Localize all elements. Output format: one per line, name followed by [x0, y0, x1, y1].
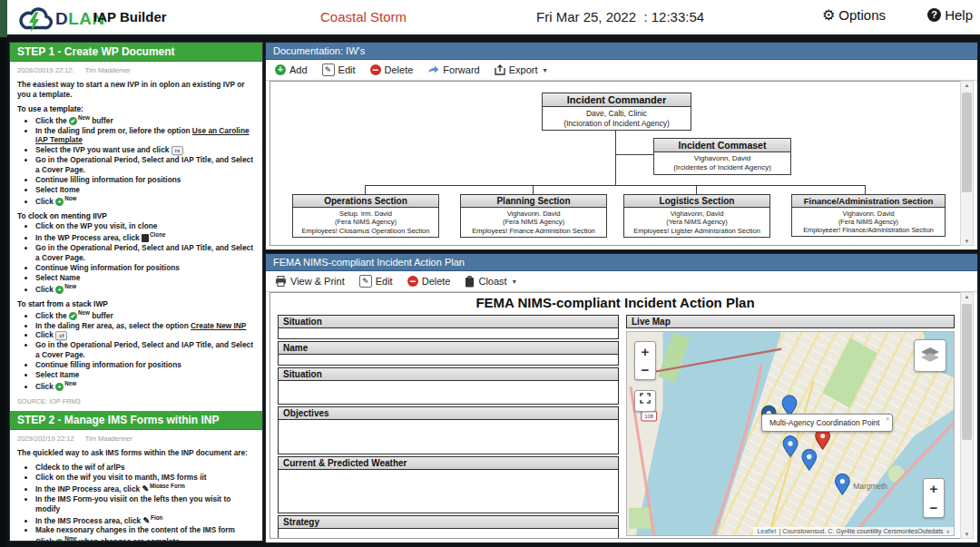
cloast-button[interactable]: Cloast▾ — [465, 276, 515, 288]
text: Select Itame — [35, 370, 79, 379]
inline-button[interactable]: rs — [172, 146, 184, 155]
edit-button[interactable]: ✎Edit — [322, 63, 356, 76]
delete-button[interactable]: −Delete — [407, 276, 451, 287]
logo-d: D — [55, 9, 68, 28]
instruction-item: Select Name — [35, 273, 257, 283]
group-heading: To start from a stack IWP — [17, 299, 255, 308]
text: Click — [35, 285, 55, 294]
leaflet-link[interactable]: Leaflet — [757, 528, 776, 534]
text: Cldeck to the wif of arlPs — [35, 463, 125, 472]
instructions-sidebar: STEP 1 - Create WP Document 2026/20019 2… — [9, 42, 263, 542]
map-fullscreen-button[interactable] — [634, 390, 656, 412]
instruction-item: Cldeck to the wif of arlPs — [35, 463, 257, 473]
help-button[interactable]: ? Help — [927, 7, 973, 23]
step-2-date: 2029/202/19 22:12 — [17, 435, 74, 443]
iap-scrollbar[interactable]: ▲ ▼ — [960, 292, 974, 539]
instruction-item: In the IMS Process area, click ✎Fion — [35, 514, 257, 526]
text: Select Itome — [35, 185, 80, 194]
text: Click the — [35, 116, 69, 125]
plus-circle-icon: +New — [55, 285, 76, 294]
org-line — [365, 185, 866, 186]
forward-arrow-icon — [427, 65, 439, 75]
map-tiles: 108 Margmeth — [627, 332, 954, 535]
instruction-item: Click +Nme when changes are complete — [35, 535, 257, 542]
scroll-down-icon[interactable]: ▼ — [961, 532, 973, 537]
map-zoom-in-button-2[interactable]: + — [923, 478, 945, 499]
view-print-button[interactable]: View & Print — [275, 276, 345, 287]
form-field[interactable] — [278, 328, 619, 339]
documentation-toolbar: +Add ✎Edit −Delete Forward Export▾ — [266, 60, 977, 81]
text: Continue Wing information for positions — [35, 263, 180, 272]
group-heading: To clock on menting IIVP — [17, 211, 255, 220]
form-field[interactable] — [278, 381, 619, 405]
attribution-collapse-icon[interactable]: ∨ — [946, 528, 950, 534]
text: Click — [35, 537, 55, 542]
instruction-item: Make nexsonary changes in the content of… — [35, 525, 257, 535]
step-1-section: STEP 1 - Create WP Document 2026/20019 2… — [10, 43, 262, 411]
live-map[interactable]: 108 Margmeth Multi-Agency Coo — [626, 331, 955, 536]
help-icon: ? — [927, 8, 941, 22]
live-map-column: Live Map — [626, 315, 955, 536]
instruction-item: In the IMS Form-you visiit on the lefts … — [35, 494, 257, 514]
text: Go in the Operational Period, Select and… — [35, 155, 253, 174]
gear-icon: ⚙ — [822, 8, 835, 23]
org-node-incident-commander[interactable]: Incident Commander Dave, Calti, Clinic (… — [542, 93, 691, 131]
map-zoom-in-button[interactable]: + — [634, 341, 656, 362]
instruction-item: Select the IVP you want use and click rs — [35, 145, 257, 155]
instruction-item: Click +New — [35, 283, 257, 295]
tooltip-close-icon[interactable]: × — [886, 415, 889, 422]
form-section: Current & Predicted Weather — [278, 456, 619, 513]
link-text[interactable]: Create New INP — [191, 321, 246, 330]
form-section: Situation — [278, 367, 619, 405]
instruction-item: In the INP Process area, click ✎Mioase F… — [35, 483, 257, 494]
export-icon — [495, 64, 505, 75]
left-edge — [0, 37, 7, 547]
scroll-up-icon[interactable]: ▲ — [961, 83, 973, 88]
scrollbar-thumb[interactable] — [962, 304, 972, 440]
instruction-item: Go in the Operational Period, Select and… — [35, 155, 257, 175]
map-zoom-out-button[interactable]: − — [634, 360, 656, 380]
org-node-operations[interactable]: Operations Section Setup. Irm. David (Fe… — [292, 194, 439, 238]
add-button[interactable]: +Add — [275, 64, 308, 75]
org-line — [696, 185, 697, 194]
edit-pencil-icon: ✎ — [322, 63, 335, 76]
text: Go in the Operational Period, Select and… — [35, 243, 253, 262]
org-chart-scrollbar[interactable]: ▲ ▼ — [960, 81, 974, 246]
iap-document-title: FEMA NIMS-compliant Incident Action Plan — [270, 293, 960, 310]
scrollbar-thumb[interactable] — [962, 93, 972, 192]
org-line — [615, 129, 616, 185]
options-button[interactable]: ⚙ Options — [822, 7, 886, 23]
instruction-item: Click +New — [35, 380, 257, 392]
org-node-planning[interactable]: Planning Section Vighavonn. David (Fera … — [460, 194, 607, 238]
map-layers-button[interactable] — [914, 339, 946, 372]
left-edge-accent — [0, 0, 7, 37]
form-field[interactable] — [278, 470, 619, 513]
org-node-incident-commaset[interactable]: Incident Commaset Vighavonn, David (Irci… — [653, 138, 791, 175]
plus-circle-icon: +New — [55, 382, 76, 391]
text: Select Name — [35, 273, 80, 282]
iap-panel-title: FEMA NIMS-compliant Incident Action Plan — [266, 254, 977, 271]
org-chart-canvas: Incident Commander Dave, Calti, Clinic (… — [270, 81, 961, 246]
instruction-item: Click the ✔New buffer — [35, 114, 257, 126]
edit-button[interactable]: ✎Edit — [359, 275, 393, 288]
form-field[interactable] — [278, 355, 619, 366]
text: when changes are complete — [77, 537, 180, 542]
org-node-logistics[interactable]: Logistics Section Vighavonn, David (Yera… — [623, 194, 770, 238]
iap-toolbar: View & Print ✎Edit −Delete Cloast▾ — [266, 271, 977, 292]
step-1-author: Tim Maddemer — [85, 66, 131, 74]
delete-button[interactable]: −Delete — [370, 64, 414, 75]
map-zoom-out-button-2[interactable]: − — [923, 498, 945, 518]
text: Continue filling information for positio… — [35, 360, 181, 369]
clone-icon: Clone — [142, 233, 166, 242]
form-field[interactable] — [278, 420, 619, 454]
export-button[interactable]: Export▾ — [495, 64, 547, 75]
scroll-up-icon[interactable]: ▲ — [961, 294, 973, 299]
org-node-finance-admin[interactable]: Finance/Administration Section Vighavonn… — [791, 194, 946, 237]
form-section: Name — [278, 341, 619, 366]
inline-button[interactable]: cf — [55, 331, 67, 340]
instruction-list: Click the ✔New bufferIn the daling lind … — [15, 114, 257, 207]
incident-name[interactable]: Coastal Storm — [320, 9, 407, 24]
forward-button[interactable]: Forward — [427, 64, 479, 75]
scroll-down-icon[interactable]: ▼ — [961, 239, 973, 244]
form-field[interactable] — [278, 529, 619, 538]
